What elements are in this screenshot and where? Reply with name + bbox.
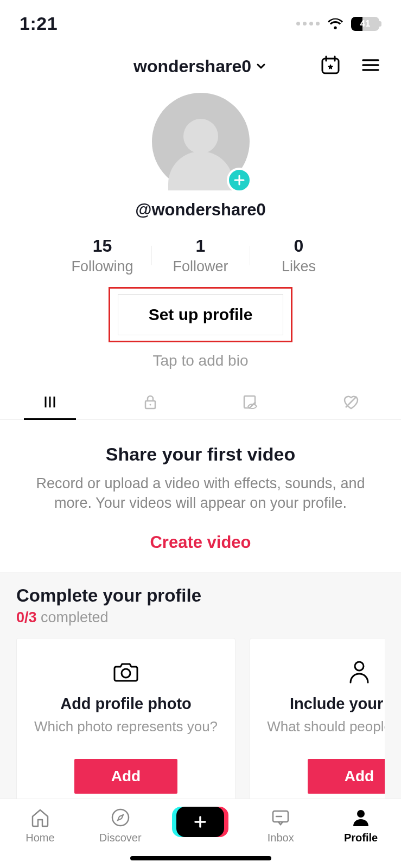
card-text: What should people call you? (267, 718, 385, 735)
plus-icon (233, 174, 246, 187)
svg-point-2 (150, 404, 151, 406)
card-title: Include your name (290, 695, 385, 713)
calendar-button[interactable] (320, 54, 341, 78)
stat-following[interactable]: 15 Following (54, 236, 151, 275)
battery-icon: 41 (351, 17, 381, 31)
setup-profile-area: Set up profile (0, 287, 401, 342)
profile-cards[interactable]: Add profile photo Which photo represents… (16, 638, 385, 810)
svg-point-6 (112, 809, 129, 826)
hamburger-menu-button[interactable] (360, 54, 381, 78)
likes-label: Likes (250, 258, 348, 275)
nav-discover[interactable]: Discover (88, 807, 153, 844)
chevron-down-icon (254, 60, 268, 73)
progress-suffix: completed (37, 609, 109, 626)
tab-liked[interactable] (301, 385, 401, 419)
status-bar: 1:21 41 (0, 0, 401, 40)
stat-followers[interactable]: 1 Follower (152, 236, 250, 275)
likes-count: 0 (250, 236, 348, 256)
stat-likes[interactable]: 0 Likes (250, 236, 348, 275)
card-text: Which photo represents you? (34, 718, 218, 735)
battery-level: 41 (351, 18, 379, 29)
nav-create[interactable] (168, 807, 233, 837)
empty-text: Record or upload a video with effects, s… (16, 474, 385, 513)
card-add-photo: Add profile photo Which photo represents… (16, 638, 235, 810)
create-button[interactable] (176, 807, 224, 837)
profile-header: wondershare0 (0, 47, 401, 85)
tab-posts[interactable] (0, 385, 100, 419)
progress-count: 0/3 (16, 609, 37, 626)
bottom-nav: Home Discover Inbox Profile (0, 799, 401, 868)
status-right: 41 (296, 17, 381, 31)
following-count: 15 (54, 236, 151, 256)
nav-discover-label: Discover (99, 832, 142, 844)
profile-icon (350, 807, 372, 828)
nav-home[interactable]: Home (8, 807, 73, 844)
heart-hidden-icon (341, 393, 361, 411)
grid-icon (41, 393, 59, 411)
compass-icon (110, 807, 131, 828)
stats-row: 15 Following 1 Follower 0 Likes (0, 236, 401, 275)
status-time: 1:21 (20, 13, 58, 34)
card-add-name: Include your name What should people cal… (250, 638, 385, 810)
home-indicator (130, 856, 271, 860)
profile-handle: @wondershare0 (135, 200, 265, 220)
add-photo-badge[interactable] (227, 168, 252, 193)
nav-inbox[interactable]: Inbox (248, 807, 313, 844)
profile-tabs (0, 385, 401, 420)
create-video-link[interactable]: Create video (16, 533, 385, 552)
avatar[interactable] (152, 93, 250, 190)
calendar-star-icon (320, 54, 341, 76)
bookmark-hidden-icon (241, 393, 260, 411)
nav-inbox-label: Inbox (268, 832, 294, 844)
svg-point-8 (357, 810, 365, 818)
lock-icon (142, 393, 159, 411)
inbox-icon (270, 807, 291, 828)
account-switcher[interactable]: wondershare0 (133, 56, 268, 76)
home-icon (29, 807, 51, 828)
complete-profile-title: Complete your profile (16, 585, 385, 606)
add-name-button[interactable]: Add (308, 759, 385, 794)
nav-home-label: Home (26, 832, 54, 844)
following-label: Following (54, 258, 151, 275)
highlight-frame: Set up profile (109, 287, 293, 342)
cellular-dots-icon (296, 22, 320, 25)
complete-profile-progress: 0/3 completed (16, 609, 385, 626)
setup-profile-button[interactable]: Set up profile (118, 294, 284, 335)
nav-profile-label: Profile (344, 832, 378, 844)
person-icon (348, 656, 370, 687)
empty-posts-state: Share your first video Record or upload … (0, 420, 401, 572)
wifi-icon (327, 18, 343, 30)
complete-profile-section: Complete your profile 0/3 completed Add … (0, 572, 401, 832)
camera-icon (113, 656, 139, 687)
nav-profile[interactable]: Profile (328, 807, 393, 844)
header-username: wondershare0 (133, 56, 251, 76)
svg-point-4 (122, 669, 130, 678)
hamburger-icon (360, 54, 381, 76)
followers-label: Follower (152, 258, 250, 275)
tab-saved[interactable] (201, 385, 301, 419)
add-photo-button[interactable]: Add (74, 759, 177, 794)
tab-private[interactable] (100, 385, 201, 419)
followers-count: 1 (152, 236, 250, 256)
empty-title: Share your first video (16, 444, 385, 465)
svg-point-5 (355, 662, 364, 671)
add-bio-prompt[interactable]: Tap to add bio (0, 352, 401, 369)
plus-icon (193, 814, 208, 829)
avatar-section: @wondershare0 (0, 93, 401, 220)
card-title: Add profile photo (60, 695, 192, 713)
